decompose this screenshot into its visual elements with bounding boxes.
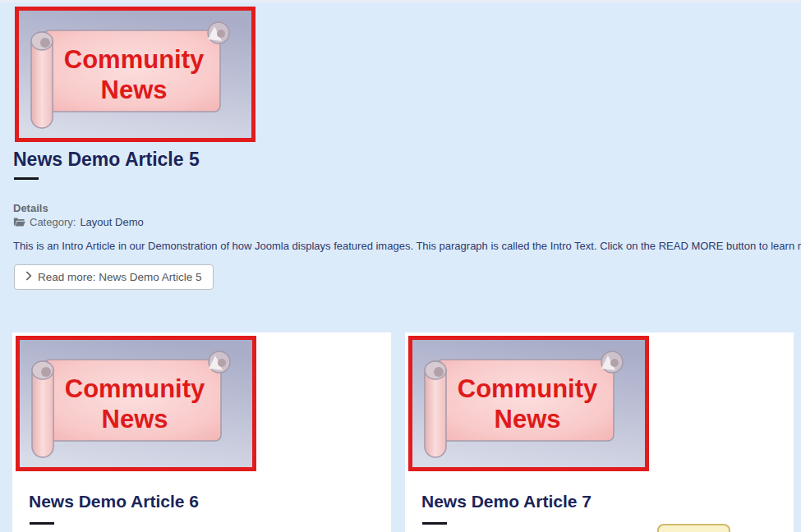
title-underline [30, 522, 54, 525]
svg-text:News: News [101, 76, 168, 104]
category-row: Category: Layout Demo [13, 216, 144, 228]
card-featured-image: Community News [408, 336, 649, 471]
read-more-label: Read more: News Demo Article 5 [38, 271, 202, 283]
category-label: Category: [30, 216, 76, 228]
card-article-title: News Demo Article 7 [421, 492, 592, 511]
article-card-7: Community News News Demo Article 7 [405, 332, 794, 532]
details-label: Details [13, 202, 48, 214]
card-article-title: News Demo Article 6 [29, 492, 199, 511]
svg-text:News: News [102, 405, 168, 433]
card-featured-image: Community News [16, 336, 256, 471]
chevron-right-icon [25, 271, 32, 283]
svg-text:Community: Community [65, 374, 205, 403]
category-link[interactable]: Layout Demo [80, 216, 143, 228]
lead-article-title: News Demo Article 5 [13, 149, 200, 171]
title-underline [14, 177, 39, 180]
svg-text:News: News [495, 405, 561, 433]
svg-text:Community: Community [458, 374, 598, 403]
lead-article-featured-image: Community News [15, 7, 255, 142]
read-more-button[interactable]: Read more: News Demo Article 5 [14, 264, 214, 290]
svg-text:Community: Community [64, 45, 205, 74]
folder-open-icon [13, 217, 25, 227]
joomla-featured-articles-page: Community News News Demo Article 5 Detai… [0, 0, 801, 532]
community-news-banner-image: Community News [19, 11, 251, 138]
page-top-strip [0, 0, 801, 2]
community-news-banner-image: Community News [20, 340, 252, 467]
title-underline [422, 522, 447, 525]
lead-article-intro-text: This is an Intro Article in our Demonstr… [13, 240, 801, 252]
article-card-6: Community News News Demo Article 6 [12, 332, 391, 532]
community-news-banner-image: Community News [412, 340, 645, 467]
tooltip-peek [657, 524, 730, 532]
